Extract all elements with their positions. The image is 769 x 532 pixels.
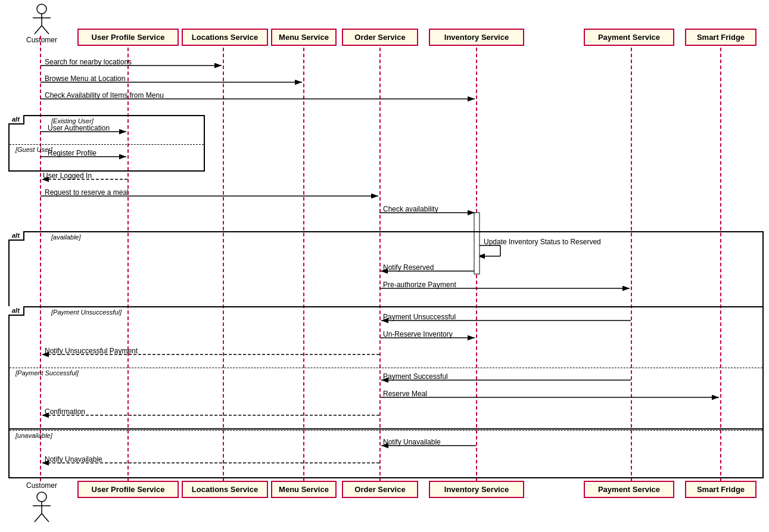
guard-available: [available]: [51, 234, 81, 241]
lifeline-box-locations-bottom: Locations Service: [182, 481, 268, 498]
lifeline-box-locations-top: Locations Service: [182, 29, 268, 46]
guard-guest-user: [Guest User]: [15, 146, 52, 153]
lifeline-box-order-top: Order Service: [342, 29, 418, 46]
lifeline-box-userprofile-bottom: User Profile Service: [77, 481, 179, 498]
msg-reserve-meal-req: Request to reserve a meal: [45, 188, 129, 197]
lifeline-box-order-bottom: Order Service: [342, 481, 418, 498]
msg-check-availability-menu: Check Availability of Items from Menu: [45, 91, 164, 99]
guard-payment-successful: [Payment Successful]: [15, 369, 79, 377]
actor-customer-label-bottom: Customer: [18, 481, 66, 490]
fragment-payment: [Payment Unsuccessful] [Payment Successf…: [8, 306, 764, 430]
lifeline-box-smartfridge-top: Smart Fridge: [685, 29, 756, 46]
fragment-avail-divider: [10, 430, 762, 431]
actor-customer-top: Customer: [18, 3, 66, 44]
frag-tag-auth: alt: [8, 115, 24, 125]
guard-existing-user: [Existing User]: [51, 117, 94, 125]
svg-point-5: [37, 492, 46, 502]
frag-tag-payment: alt: [8, 306, 24, 316]
svg-line-3: [35, 26, 42, 34]
msg-search-nearby: Search for nearby locations: [45, 58, 132, 66]
fragment-auth-divider: [10, 144, 204, 145]
lifeline-box-userprofile-top: User Profile Service: [77, 29, 179, 46]
svg-point-0: [37, 4, 46, 14]
fragment-auth: [Existing User] [Guest User]: [8, 115, 205, 172]
frag-tag-avail: alt: [8, 231, 24, 241]
lifeline-box-payment-bottom: Payment Service: [584, 481, 674, 498]
svg-line-4: [42, 26, 49, 34]
sequence-diagram: Customer Customer User Profile Service L…: [0, 0, 769, 532]
actor-customer-bottom: Customer: [18, 481, 66, 524]
lifeline-box-inventory-top: Inventory Service: [429, 29, 524, 46]
guard-unavailable: [unavailable]: [15, 432, 52, 439]
guard-payment-unsuccessful: [Payment Unsuccessful]: [51, 309, 122, 316]
lifeline-box-smartfridge-bottom: Smart Fridge: [685, 481, 756, 498]
msg-check-avail: Check availability: [383, 205, 438, 213]
actor-customer-label-top: Customer: [26, 36, 57, 44]
lifeline-box-inventory-bottom: Inventory Service: [429, 481, 524, 498]
lifeline-box-payment-top: Payment Service: [584, 29, 674, 46]
lifeline-box-menu-bottom: Menu Service: [271, 481, 337, 498]
svg-line-9: [42, 514, 49, 522]
msg-user-logged-in: User Logged In: [43, 172, 92, 180]
lifeline-box-menu-top: Menu Service: [271, 29, 337, 46]
fragment-payment-divider: [10, 368, 762, 368]
svg-line-8: [35, 514, 42, 522]
msg-browse-menu: Browse Menu at Location: [45, 74, 125, 83]
